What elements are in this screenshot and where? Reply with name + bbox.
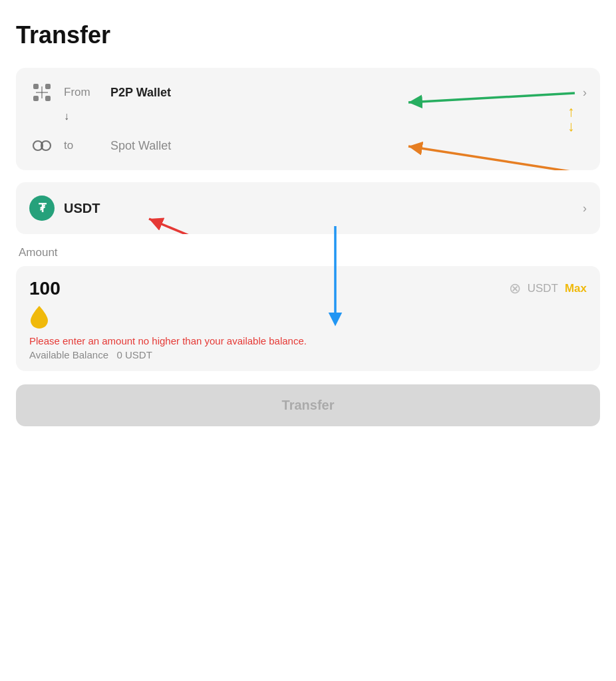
- coin-chevron-icon: ›: [583, 202, 587, 215]
- transfer-button[interactable]: Transfer: [16, 384, 600, 426]
- balance-label: Available Balance: [29, 349, 108, 360]
- svg-rect-5: [45, 96, 51, 101]
- from-wallet-row[interactable]: From P2P Wallet ›: [29, 68, 587, 117]
- coin-name: USDT: [64, 201, 577, 216]
- wallet-selection-card: ↑ ↓ From P2P Wallet ›: [16, 68, 600, 170]
- coin-row[interactable]: ₮ USDT ›: [16, 182, 600, 234]
- spot-icon: [29, 133, 55, 158]
- p2p-icon: [29, 80, 55, 105]
- amount-section: Amount 100 ⊗ USDT Max Ple: [16, 246, 600, 371]
- direction-divider: ↓: [29, 117, 587, 130]
- clear-amount-icon[interactable]: ⊗: [509, 280, 521, 297]
- max-button[interactable]: Max: [565, 282, 587, 295]
- direction-down-icon: ↓: [64, 110, 69, 122]
- to-wallet-name: Spot Wallet: [110, 139, 587, 153]
- amount-label: Amount: [19, 246, 600, 259]
- coin-selection-card: ₮ USDT ›: [16, 182, 600, 234]
- amount-row: 100 ⊗ USDT Max: [29, 278, 587, 299]
- drop-icon: [29, 305, 587, 331]
- wallet-rows-wrapper: ↑ ↓ From P2P Wallet ›: [29, 68, 587, 170]
- amount-currency: USDT: [528, 282, 558, 295]
- amount-controls: ⊗ USDT Max: [509, 280, 587, 297]
- to-label: to: [64, 139, 110, 152]
- amount-value: 100: [29, 278, 509, 299]
- balance-display: Available Balance 0 USDT: [29, 349, 587, 360]
- from-wallet-name: P2P Wallet: [110, 86, 577, 100]
- error-message: Please enter an amount no higher than yo…: [29, 335, 587, 346]
- from-label: From: [64, 86, 110, 99]
- svg-rect-4: [33, 96, 39, 101]
- to-wallet-row[interactable]: to Spot Wallet: [29, 130, 587, 170]
- tether-icon: ₮: [29, 196, 55, 221]
- amount-card: 100 ⊗ USDT Max Please enter an amount no…: [16, 266, 600, 371]
- svg-rect-2: [33, 84, 39, 89]
- svg-rect-3: [45, 84, 51, 89]
- from-chevron-icon: ›: [583, 86, 587, 100]
- balance-value: 0 USDT: [117, 349, 152, 360]
- page-title: Transfer: [16, 21, 600, 49]
- swap-icon[interactable]: ↑ ↓: [567, 104, 573, 134]
